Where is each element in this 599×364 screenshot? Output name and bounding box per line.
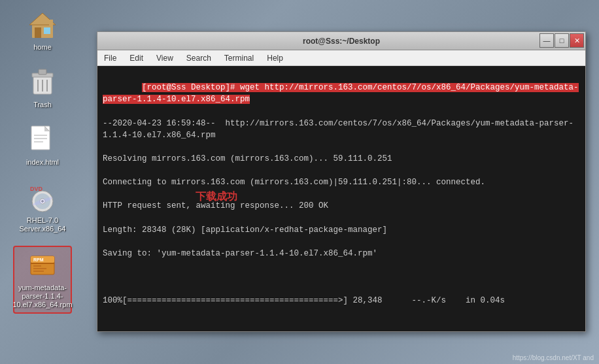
trash-icon-label: Trash <box>33 101 52 109</box>
output-line2: --2020-04-23 16:59:48-- http://mirrors.1… <box>103 119 573 140</box>
desktop-icons: home Trash <box>0 0 85 364</box>
maximize-button[interactable]: □ <box>555 33 569 48</box>
rpm-icon-label: yum-metadata-parser-1.1.4-10.el7.x86_64.… <box>12 284 72 310</box>
rpm-icon: RPM <box>27 250 58 281</box>
desktop-icon-trash[interactable]: Trash <box>13 64 72 112</box>
minimize-button[interactable]: — <box>539 33 554 48</box>
terminal-title: root@Sss:~/Desktop <box>303 37 380 46</box>
home-icon-label: home <box>33 43 52 52</box>
menu-terminal[interactable]: Terminal <box>220 52 258 64</box>
menu-file[interactable]: File <box>100 52 120 64</box>
desktop-icon-rpm[interactable]: RPM yum-metadata-parser-1.1.4-10.el7.x86… <box>13 246 72 314</box>
dvd-icon: DVD <box>27 182 58 214</box>
progress-line: 100%[===================================… <box>103 296 505 305</box>
desktop-icon-rhel[interactable]: DVD RHEL-7.0 Server.x86_64 <box>13 180 72 236</box>
svg-rect-28 <box>33 268 46 269</box>
output-line3: Resolving mirrors.163.com (mirrors.163.c… <box>103 154 392 163</box>
svg-rect-27 <box>33 265 41 267</box>
output-line7: Saving to: 'yum-metadata-parser-1.1.4-10… <box>103 249 377 258</box>
desktop-icon-indexhtml[interactable]: index.html <box>13 122 72 169</box>
menu-search[interactable]: Search <box>182 52 215 64</box>
menu-view[interactable]: View <box>152 52 177 64</box>
svg-rect-26 <box>31 263 54 264</box>
command-line: [root@Sss Desktop]# wget http://mirrors.… <box>103 83 579 104</box>
terminal-menubar: File Edit View Search Terminal Help <box>97 50 585 66</box>
watermark: https://blog.csdn.net/XT and <box>513 354 594 361</box>
svg-rect-1 <box>35 27 41 38</box>
terminal-window: root@Sss:~/Desktop — □ ✕ File Edit View … <box>97 31 586 332</box>
close-button[interactable]: ✕ <box>570 33 584 48</box>
home-icon <box>27 9 58 41</box>
terminal-output: [root@Sss Desktop]# wget http://mirrors.… <box>103 70 580 331</box>
trash-icon <box>27 67 58 98</box>
file-icon <box>27 124 58 156</box>
svg-rect-29 <box>33 271 44 272</box>
desktop-icon-home[interactable]: home <box>13 7 72 54</box>
output-line4: Connecting to mirrors.163.com (mirrors.1… <box>103 178 485 187</box>
svg-rect-8 <box>39 69 46 74</box>
menu-help[interactable]: Help <box>263 52 287 64</box>
terminal-titlebar: root@Sss:~/Desktop — □ ✕ <box>97 32 585 50</box>
indexhtml-icon-label: index.html <box>26 158 59 167</box>
rhel-icon-label: RHEL-7.0 Server.x86_64 <box>16 216 69 233</box>
menu-edit[interactable]: Edit <box>126 52 147 64</box>
svg-text:RPM: RPM <box>33 257 44 262</box>
window-controls: — □ ✕ <box>539 33 584 48</box>
svg-rect-5 <box>49 20 53 26</box>
output-line5: HTTP request sent, awaiting response... … <box>103 201 328 210</box>
svg-rect-2 <box>44 27 50 34</box>
output-line6: Length: 28348 (28K) [application/x-redha… <box>103 225 387 235</box>
terminal-body[interactable]: [root@Sss Desktop]# wget http://mirrors.… <box>97 66 585 331</box>
